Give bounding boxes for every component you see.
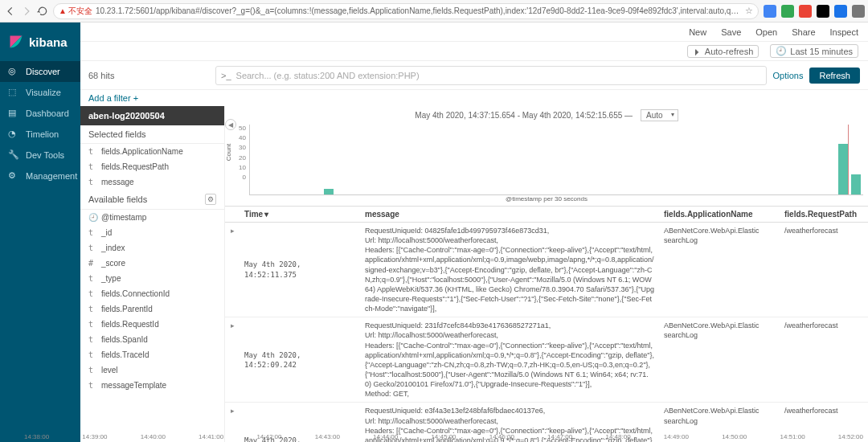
time-picker[interactable]: 🕘 Last 15 minutes xyxy=(770,44,858,58)
star-icon[interactable]: ☆ xyxy=(745,6,753,16)
histogram-bar[interactable] xyxy=(851,174,861,194)
col-app[interactable]: fields.ApplicationName xyxy=(659,207,780,222)
menu-inspect[interactable]: Inspect xyxy=(830,27,858,37)
x-axis: 14:38:0014:39:0014:40:0014:41:0014:42:00… xyxy=(225,433,863,440)
brand-logo[interactable]: kibana xyxy=(0,23,80,61)
sidebar-item-timelion[interactable]: ◔Timelion xyxy=(0,124,80,145)
nav-label: Dashboard xyxy=(26,108,69,118)
filter-bar: Add a filter + xyxy=(80,90,868,106)
histogram-chart[interactable]: Count 50403020100 xyxy=(225,125,868,195)
field-fields.RequestId[interactable]: tfields.RequestId xyxy=(80,317,224,332)
menu-new[interactable]: New xyxy=(689,27,706,37)
menu-share[interactable]: Share xyxy=(792,27,815,37)
field-name: fields.RequestPath xyxy=(101,162,169,171)
type-icon: t xyxy=(88,335,96,344)
cell-app: ABenNetCore.WebApi.Elastic searchLog xyxy=(659,317,780,402)
add-filter-button[interactable]: Add a filter + xyxy=(88,93,138,103)
options-link[interactable]: Options xyxy=(773,71,804,80)
extension-row xyxy=(764,5,868,18)
field-name: _type xyxy=(101,274,121,283)
top-menu: NewSaveOpenShareInspect xyxy=(80,23,868,42)
search-input[interactable]: >_ Search... (e.g. status:200 AND extens… xyxy=(215,66,767,85)
field-name: _index xyxy=(101,244,125,252)
extension-icon[interactable] xyxy=(799,5,812,18)
field-@timestamp[interactable]: 🕘@timestamp xyxy=(80,210,224,225)
sidebar-item-discover[interactable]: ◎Discover xyxy=(0,61,80,82)
histogram-bar[interactable] xyxy=(838,144,848,194)
clock-icon: ◔ xyxy=(8,129,19,140)
sidebar-item-visualize[interactable]: ⬚Visualize xyxy=(0,82,80,103)
expand-icon[interactable]: ▸ xyxy=(225,317,240,402)
interval-select[interactable]: Auto xyxy=(641,109,678,121)
insecure-icon: ▲ 不安全 xyxy=(59,6,92,17)
field-level[interactable]: tlevel xyxy=(80,362,224,378)
table-row[interactable]: ▸May 4th 2020, 14:52:11.375RequestUnique… xyxy=(225,223,868,317)
extension-icon[interactable] xyxy=(764,5,776,18)
field-fields.SpanId[interactable]: tfields.SpanId xyxy=(80,332,224,347)
nav-label: Visualize xyxy=(26,88,61,97)
dash-icon: ▤ xyxy=(8,108,19,119)
wrench-icon: 🔧 xyxy=(8,149,19,161)
type-icon: t xyxy=(88,289,96,298)
sidebar-item-dashboard[interactable]: ▤Dashboard xyxy=(0,103,80,124)
toolbar-row: ⏵ Auto-refresh 🕘 Last 15 minutes xyxy=(80,42,868,61)
field-fields.ParentId[interactable]: tfields.ParentId xyxy=(80,301,224,317)
autorefresh-toggle[interactable]: ⏵ Auto-refresh xyxy=(687,45,760,58)
sort-desc-icon[interactable]: ▾ xyxy=(264,210,268,219)
bars-icon: ⬚ xyxy=(8,87,19,98)
field-fields.RequestPath[interactable]: tfields.RequestPath xyxy=(80,159,224,174)
menu-save[interactable]: Save xyxy=(721,27,741,37)
nav-label: Timelion xyxy=(26,129,59,139)
field-_type[interactable]: t_type xyxy=(80,271,224,286)
plot-area[interactable] xyxy=(249,125,863,195)
extension-icon[interactable] xyxy=(817,5,829,18)
refresh-button[interactable]: Refresh xyxy=(809,68,860,84)
back-icon[interactable] xyxy=(5,4,16,18)
field-fields.ConnectionId[interactable]: tfields.ConnectionId xyxy=(80,286,224,301)
fields-pane: aben-log20200504 Selected fields tfields… xyxy=(80,106,225,442)
field-message[interactable]: tmessage xyxy=(80,174,224,190)
table-header: Time ▾ message fields.ApplicationName fi… xyxy=(225,206,868,223)
field-fields.ApplicationName[interactable]: tfields.ApplicationName xyxy=(80,144,224,159)
col-time[interactable]: Time ▾ xyxy=(240,207,360,222)
address-bar[interactable]: ▲ 不安全 10.23.1.72:5601/app/kibana#/discov… xyxy=(53,3,759,19)
field-name: _id xyxy=(101,228,112,237)
brand-label: kibana xyxy=(29,35,68,49)
table-row[interactable]: ▸May 4th 2020, 14:52:09.242RequestUnique… xyxy=(225,317,868,403)
cell-message: RequestUniqueId: 04825fafe1db499795973f4… xyxy=(360,223,659,317)
field-_id[interactable]: t_id xyxy=(80,225,224,240)
sidebar-item-dev tools[interactable]: 🔧Dev Tools xyxy=(0,145,80,166)
extension-icon[interactable] xyxy=(834,5,847,18)
field-name: message xyxy=(101,178,134,186)
search-placeholder: Search... (e.g. status:200 AND extension… xyxy=(236,71,420,80)
extension-icon[interactable] xyxy=(852,5,865,18)
hits-count: 68 hits xyxy=(88,71,209,80)
reload-icon[interactable] xyxy=(37,4,48,18)
table-body[interactable]: ▸May 4th 2020, 14:52:11.375RequestUnique… xyxy=(225,223,868,442)
col-path[interactable]: fields.RequestPath xyxy=(780,207,868,222)
gear-icon[interactable]: ⚙ xyxy=(205,194,216,205)
field-_score[interactable]: #_score xyxy=(80,256,224,271)
type-icon: t xyxy=(88,147,96,156)
forward-icon[interactable] xyxy=(21,4,32,18)
expand-icon[interactable]: ▸ xyxy=(225,223,240,317)
field-name: fields.TraceId xyxy=(101,350,149,359)
type-icon: t xyxy=(88,244,96,252)
type-icon: t xyxy=(88,320,96,329)
type-icon: t xyxy=(88,350,96,359)
nav-label: Management xyxy=(26,171,77,181)
cell-path: /weatherforecast xyxy=(780,223,868,317)
menu-open[interactable]: Open xyxy=(755,27,777,37)
doc-pane: May 4th 2020, 14:37:15.654 - May 4th 202… xyxy=(225,106,868,442)
histogram-bar[interactable] xyxy=(324,189,334,194)
field-_index[interactable]: t_index xyxy=(80,240,224,256)
field-name: fields.RequestId xyxy=(101,320,159,329)
field-messageTemplate[interactable]: tmessageTemplate xyxy=(80,378,224,393)
field-fields.TraceId[interactable]: tfields.TraceId xyxy=(80,347,224,362)
field-name: messageTemplate xyxy=(101,381,166,390)
sidebar-item-management[interactable]: ⚙Management xyxy=(0,166,80,186)
col-message[interactable]: message xyxy=(360,207,659,222)
index-pattern-selector[interactable]: aben-log20200504 xyxy=(80,106,224,125)
extension-icon[interactable] xyxy=(781,5,794,18)
cell-path: /weatherforecast xyxy=(780,317,868,402)
